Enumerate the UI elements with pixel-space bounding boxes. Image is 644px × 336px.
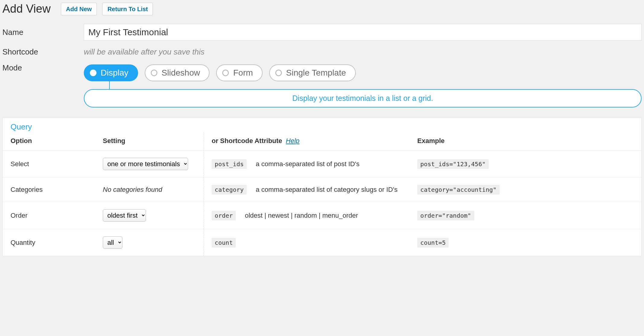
mode-connector-line	[109, 81, 110, 89]
example-cell: order="random"	[409, 202, 641, 229]
shortcode-hint: will be available after you save this	[84, 47, 204, 56]
mode-pill-label: Single Template	[286, 68, 346, 78]
query-th-shortcode: or Shortcode Attribute Help	[204, 132, 410, 151]
page-title: Add View	[2, 2, 51, 15]
table-row: Quantityallcountcount=5	[3, 229, 641, 256]
example-code: category="accounting"	[417, 185, 500, 194]
mode-pill-single[interactable]: Single Template	[269, 64, 356, 81]
shortcode-attr-code: count	[212, 238, 236, 247]
setting-cell: one or more testimonials	[95, 151, 204, 178]
radio-icon	[222, 70, 229, 76]
setting-select-count[interactable]: all	[103, 236, 122, 249]
example-cell: post_ids="123,456"	[409, 151, 641, 178]
radio-icon	[151, 70, 157, 76]
shortcode-attr-code: order	[212, 211, 236, 220]
mode-description: Display your testimonials in a list or a…	[84, 89, 642, 107]
query-settings-table: Option Setting or Shortcode Attribute He…	[3, 132, 641, 256]
query-th-example: Example	[409, 132, 641, 151]
mode-pill-display[interactable]: Display	[84, 64, 138, 81]
table-row: Selectone or more testimonialspost_idsa …	[3, 151, 641, 178]
mode-pill-label: Slideshow	[162, 68, 200, 78]
setting-note: No categories found	[103, 186, 162, 193]
option-cell: Order	[3, 202, 95, 229]
query-panel-title: Query	[3, 118, 641, 132]
mode-pill-label: Form	[233, 68, 253, 78]
table-row: CategoriesNo categories foundcategorya c…	[3, 178, 641, 202]
setting-cell: oldest first	[95, 202, 204, 229]
setting-select-order[interactable]: oldest first	[103, 209, 146, 222]
mode-pill-label: Display	[101, 68, 128, 78]
shortcode-attr-desc: a comma-separated list of category slugs…	[256, 186, 397, 194]
mode-pill-group: DisplaySlideshowFormSingle Template	[84, 64, 642, 81]
query-th-option: Option	[3, 132, 95, 151]
radio-icon	[90, 70, 96, 76]
shortcode-attr-code: post_ids	[212, 159, 247, 169]
shortcode-attr-desc: a comma-separated list of post ID's	[256, 160, 359, 168]
radio-icon	[275, 70, 282, 76]
shortcode-row: Shortcode will be available after you sa…	[2, 47, 642, 57]
example-code: count=5	[417, 238, 449, 247]
help-link[interactable]: Help	[286, 137, 299, 145]
mode-row: Mode DisplaySlideshowFormSingle Template…	[2, 63, 642, 107]
shortcode-attr-code: category	[212, 185, 247, 194]
example-code: post_ids="123,456"	[417, 159, 489, 169]
return-to-list-button[interactable]: Return To List	[102, 3, 153, 15]
name-input[interactable]	[84, 24, 642, 41]
option-cell: Select	[3, 151, 95, 178]
shortcode-cell: post_idsa comma-separated list of post I…	[204, 151, 410, 178]
shortcode-label: Shortcode	[2, 47, 84, 57]
setting-select-post_ids[interactable]: one or more testimonials	[103, 158, 188, 170]
name-label: Name	[2, 28, 84, 37]
shortcode-cell: orderoldest | newest | random | menu_ord…	[204, 202, 410, 229]
option-cell: Categories	[3, 178, 95, 202]
example-cell: category="accounting"	[409, 178, 641, 202]
shortcode-cell: count	[204, 229, 410, 256]
option-cell: Quantity	[3, 229, 95, 256]
mode-label: Mode	[2, 63, 84, 73]
query-th-setting: Setting	[95, 132, 204, 151]
shortcode-cell: categorya comma-separated list of catego…	[204, 178, 410, 202]
setting-cell: No categories found	[95, 178, 204, 202]
add-new-button[interactable]: Add New	[61, 3, 97, 15]
setting-cell: all	[95, 229, 204, 256]
example-code: order="random"	[417, 211, 474, 220]
shortcode-attr-desc: oldest | newest | random | menu_order	[245, 212, 358, 219]
example-cell: count=5	[409, 229, 641, 256]
name-row: Name	[2, 24, 642, 41]
table-row: Orderoldest firstorderoldest | newest | …	[3, 202, 641, 229]
page-header: Add View Add New Return To List	[2, 2, 642, 15]
mode-pill-form[interactable]: Form	[216, 64, 262, 81]
mode-pill-slideshow[interactable]: Slideshow	[145, 64, 210, 81]
query-panel: Query Option Setting or Shortcode Attrib…	[2, 118, 642, 256]
